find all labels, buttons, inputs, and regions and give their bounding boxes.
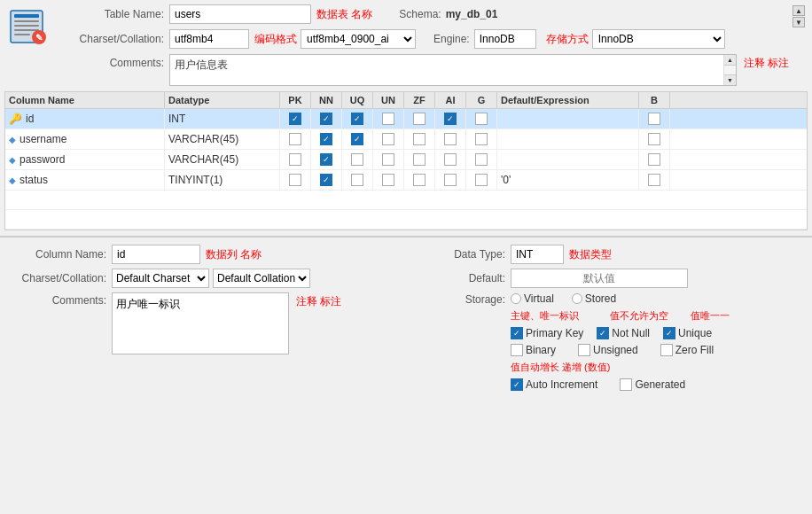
col-detail-datatype-input[interactable] (511, 245, 564, 264)
col-detail-default-input[interactable] (511, 269, 688, 288)
generated-option[interactable]: Generated (620, 378, 685, 391)
table-name-input[interactable] (169, 4, 311, 24)
unsigned-label: Unsigned (593, 344, 638, 356)
row-password-pk[interactable] (280, 150, 311, 169)
svg-rect-5 (14, 29, 39, 31)
schema-label: Schema: (399, 8, 441, 20)
zero-fill-checkbox[interactable] (660, 344, 673, 356)
col-header-uq: UQ (342, 92, 373, 108)
col-detail-default-label: Default: (408, 272, 505, 284)
scroll-up-arrows[interactable]: ▲ ▼ (792, 5, 805, 27)
auto-increment-checkbox[interactable]: ✓ (511, 378, 523, 391)
table-row-empty (5, 191, 807, 210)
unique-checkbox[interactable]: ✓ (663, 327, 675, 339)
row-username-zf[interactable] (404, 129, 435, 149)
auto-increment-option[interactable]: ✓ Auto Increment (511, 378, 597, 391)
row-id-zf[interactable] (404, 109, 435, 128)
unique-annotation: 值唯一一 (691, 309, 730, 323)
binary-label: Binary (526, 344, 556, 356)
not-null-annotation: 值不允许为空 (610, 309, 668, 323)
table-row[interactable]: ◆ status TINYINT(1) ✓ '0' (5, 170, 807, 191)
col-detail-comments-textarea[interactable]: 用户唯一标识 (112, 292, 289, 354)
binary-checkbox[interactable] (511, 344, 523, 356)
row-password-uq[interactable] (342, 150, 373, 169)
unsigned-checkbox[interactable] (578, 344, 590, 356)
storage-stored-option[interactable]: Stored (572, 292, 616, 305)
row-id-nn[interactable]: ✓ (311, 109, 342, 128)
primary-key-checkbox[interactable]: ✓ (511, 327, 523, 339)
radio-stored[interactable] (572, 293, 582, 304)
col-detail-name-input[interactable] (112, 245, 200, 264)
not-null-checkbox[interactable]: ✓ (597, 327, 609, 339)
row-password-un[interactable] (373, 150, 404, 169)
not-null-option[interactable]: ✓ Not Null (597, 327, 650, 339)
row-status-un[interactable] (373, 170, 404, 190)
table-name-annotation: 数据表 名称 (316, 7, 372, 22)
radio-virtual[interactable] (511, 293, 521, 304)
comments-text: 用户信息表 (170, 55, 723, 85)
row-status-uq[interactable] (342, 170, 373, 190)
charset-input[interactable] (169, 29, 249, 49)
collation-select[interactable]: utf8mb4_0900_ai (301, 29, 416, 49)
row-id-uq[interactable]: ✓ (342, 109, 373, 128)
row-password-g[interactable] (466, 150, 497, 169)
row-id-ai[interactable]: ✓ (435, 109, 466, 128)
row-username-g[interactable] (466, 129, 497, 149)
pk-checkbox: ✓ (289, 113, 301, 125)
row-status-g[interactable] (466, 170, 497, 190)
binary-option[interactable]: Binary (511, 344, 556, 356)
diamond-icon: ◆ (9, 135, 16, 144)
row-id-b[interactable] (639, 109, 670, 128)
row-username-b[interactable] (639, 129, 670, 149)
row-username-un[interactable] (373, 129, 404, 149)
scroll-down-btn[interactable]: ▼ (792, 17, 805, 27)
row-username-pk[interactable] (280, 129, 311, 149)
row-password-zf[interactable] (404, 150, 435, 169)
virtual-label: Virtual (524, 292, 554, 305)
row-password-nn[interactable]: ✓ (311, 150, 342, 169)
row-id-un[interactable] (373, 109, 404, 128)
row-password-b[interactable] (639, 150, 670, 169)
row-username-default (497, 129, 639, 149)
comments-scroll-up[interactable]: ▲ (724, 55, 736, 66)
row-password-datatype: VARCHAR(45) (165, 150, 280, 169)
auto-increment-annotation: 值自动增长 递增 (数值) (511, 361, 730, 374)
row-password-default (497, 150, 639, 169)
storage-virtual-option[interactable]: Virtual (511, 292, 554, 305)
un-checkbox (382, 113, 394, 125)
row-id-g[interactable] (466, 109, 497, 128)
row-username-nn[interactable]: ✓ (311, 129, 342, 149)
row-status-ai[interactable] (435, 170, 466, 190)
col-detail-collation-select[interactable]: Default Collation (213, 269, 310, 288)
table-row[interactable]: ◆ username VARCHAR(45) ✓ ✓ (5, 129, 807, 150)
engine-input[interactable] (474, 29, 536, 49)
primary-key-option[interactable]: ✓ Primary Key (511, 327, 583, 339)
row-password-ai[interactable] (435, 150, 466, 169)
col-detail-charset-select[interactable]: Default Charset (112, 269, 209, 288)
unsigned-option[interactable]: Unsigned (578, 344, 638, 356)
table-row[interactable]: 🔑 id INT ✓ ✓ ✓ ✓ (5, 109, 807, 129)
row-username-uq[interactable]: ✓ (342, 129, 373, 149)
row-id-pk[interactable]: ✓ (280, 109, 311, 128)
col-header-nn: NN (311, 92, 342, 108)
row-status-b[interactable] (639, 170, 670, 190)
col-header-un: UN (373, 92, 404, 108)
col-detail-storage-label: Storage: (408, 293, 505, 306)
comments-label: Comments: (58, 57, 164, 69)
nn-checkbox: ✓ (320, 113, 332, 125)
svg-text:✎: ✎ (35, 33, 43, 43)
unique-option[interactable]: ✓ Unique (663, 327, 712, 339)
col-header-name: Column Name (5, 92, 165, 108)
zero-fill-option[interactable]: Zero Fill (660, 344, 714, 356)
comments-scroll-down[interactable]: ▼ (724, 74, 736, 85)
row-status-nn[interactable]: ✓ (311, 170, 342, 190)
schema-value: my_db_01 (446, 8, 498, 20)
table-row[interactable]: ◆ password VARCHAR(45) ✓ (5, 150, 807, 170)
row-status-zf[interactable] (404, 170, 435, 190)
engine-select[interactable]: InnoDB (592, 29, 725, 49)
scroll-up-btn[interactable]: ▲ (792, 5, 805, 16)
primary-key-label: Primary Key (526, 327, 583, 339)
generated-checkbox[interactable] (620, 378, 632, 391)
row-status-pk[interactable] (280, 170, 311, 190)
row-username-ai[interactable] (435, 129, 466, 149)
